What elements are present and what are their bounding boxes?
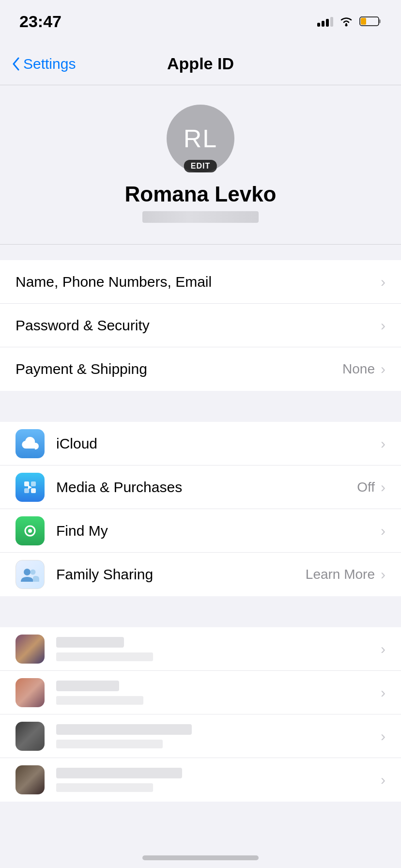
findmy-icon [15,516,45,545]
svg-rect-3 [361,18,366,25]
media-value: Off [357,480,375,495]
account-settings-group: Name, Phone Numbers, Email › Password & … [0,260,401,391]
payment-value: None [342,361,375,377]
family-row[interactable]: Family Sharing Learn More › [0,553,401,596]
blurred-app-4-icon [15,765,45,794]
family-icon [15,560,45,589]
status-icons [317,16,382,27]
icloud-label: iCloud [56,435,97,452]
back-label: Settings [23,56,76,72]
icloud-chevron: › [381,435,386,452]
blurred-app-1-icon [15,635,45,664]
blurred-app-2-content [56,681,143,705]
family-right: Learn More › [306,566,386,583]
svg-rect-7 [31,488,36,493]
wifi-icon [339,16,354,27]
password-left: Password & Security [15,317,150,334]
media-right: Off › [357,479,386,496]
svg-point-10 [24,569,31,575]
blurred-app-3-content [56,724,192,748]
blurred-app-2-left [15,678,143,707]
battery-icon [359,16,382,27]
findmy-label: Find My [56,523,108,539]
blurred-app-row-2[interactable]: › [0,671,401,714]
payment-left: Payment & Shipping [15,361,147,377]
media-row[interactable]: Media & Purchases Off › [0,465,401,509]
status-bar: 23:47 [0,0,401,43]
findmy-right: › [379,523,386,539]
password-label: Password & Security [15,317,150,334]
svg-point-11 [31,570,36,575]
bottom-spacer [0,817,401,846]
media-icon [15,473,45,502]
media-label: Media & Purchases [56,479,182,496]
profile-section: RL EDIT Romana Levko [0,85,401,245]
avatar-container[interactable]: RL EDIT [167,105,234,172]
payment-label: Payment & Shipping [15,361,147,377]
blurred-app-1-left [15,635,153,664]
findmy-left: Find My [15,516,108,545]
blurred-app-row-4[interactable]: › [0,758,401,802]
profile-name: Romana Levko [125,182,277,206]
family-value: Learn More [306,567,375,582]
svg-rect-5 [31,481,36,486]
avatar-edit-badge[interactable]: EDIT [184,160,217,172]
icloud-right: › [379,435,386,452]
password-right: › [379,317,386,334]
nav-bar: Settings Apple ID [0,43,401,85]
media-chevron: › [381,479,386,496]
family-label: Family Sharing [56,566,153,583]
name-phone-left: Name, Phone Numbers, Email [15,274,212,290]
section-separator-3 [0,612,401,627]
services-group: iCloud › Media & Purchases Off › [0,422,401,596]
payment-right: None › [342,361,386,377]
name-phone-right: › [379,274,386,290]
name-phone-chevron: › [381,274,386,290]
blurred-app-row-1[interactable]: › [0,627,401,671]
family-left: Family Sharing [15,560,153,589]
signal-icon [317,16,333,27]
blurred-app-1-content [56,637,153,661]
icloud-icon [15,429,45,458]
password-chevron: › [381,317,386,334]
payment-chevron: › [381,361,386,377]
name-phone-label: Name, Phone Numbers, Email [15,274,212,290]
section-separator-2 [0,406,401,422]
status-time: 23:47 [19,12,62,31]
svg-rect-2 [379,19,381,23]
findmy-row[interactable]: Find My › [0,509,401,553]
blurred-app-3-left [15,722,192,751]
family-chevron: › [381,566,386,583]
section-separator-1 [0,245,401,260]
avatar-initials: RL [184,124,217,153]
svg-point-9 [28,529,32,533]
svg-point-0 [345,24,348,27]
payment-row[interactable]: Payment & Shipping None › [0,347,401,391]
password-row[interactable]: Password & Security › [0,304,401,347]
blurred-app-3-icon [15,722,45,751]
blurred-apps-group: › › › › [0,627,401,802]
blurred-app-1-chevron: › [381,641,386,657]
blurred-app-2-icon [15,678,45,707]
back-button[interactable]: Settings [12,56,76,72]
name-phone-row[interactable]: Name, Phone Numbers, Email › [0,260,401,304]
blurred-app-row-3[interactable]: › [0,714,401,758]
blurred-app-4-chevron: › [381,772,386,788]
icloud-left: iCloud [15,429,97,458]
blurred-app-3-chevron: › [381,728,386,744]
findmy-chevron: › [381,523,386,539]
blurred-app-2-chevron: › [381,684,386,701]
blurred-app-4-content [56,768,182,792]
blurred-app-4-left [15,765,182,794]
home-indicator [142,855,259,860]
nav-title: Apple ID [167,54,234,73]
profile-email [142,211,259,225]
media-left: Media & Purchases [15,473,182,502]
icloud-row[interactable]: iCloud › [0,422,401,465]
